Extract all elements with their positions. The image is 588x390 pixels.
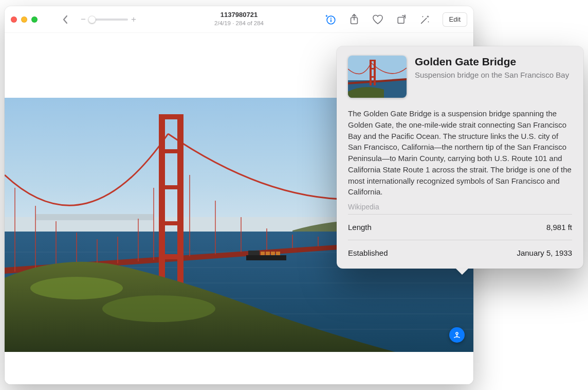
svg-rect-37 (159, 149, 183, 153)
svg-point-47 (30, 277, 123, 299)
info-row-length: Length 8,981 ft (348, 214, 572, 240)
edit-button-label: Edit (449, 15, 461, 23)
svg-rect-7 (35, 214, 154, 220)
zoom-slider[interactable] (89, 19, 128, 21)
svg-rect-38 (159, 185, 183, 189)
svg-rect-2 (330, 19, 332, 22)
title-block: 1137980721 2/4/19 · 284 of 284 (214, 11, 264, 27)
fullscreen-window-button[interactable] (31, 16, 38, 23)
popover-title: Golden Gate Bridge (415, 56, 569, 68)
chevron-left-icon (62, 15, 69, 24)
svg-rect-57 (370, 76, 376, 78)
svg-rect-43 (261, 252, 265, 255)
zoom-out-button[interactable]: − (81, 14, 86, 25)
svg-point-48 (102, 295, 215, 322)
visual-lookup-button[interactable] (449, 327, 465, 343)
svg-rect-55 (370, 60, 376, 61)
popover-subtitle: Suspension bridge on the San Francisco B… (415, 70, 569, 80)
back-button[interactable] (58, 12, 72, 27)
favorite-button[interactable] (372, 13, 384, 26)
info-value: 8,981 ft (546, 223, 572, 232)
svg-rect-41 (246, 255, 286, 260)
info-value: January 5, 1933 (517, 249, 572, 257)
window-subtitle: 2/4/19 · 284 of 284 (214, 20, 264, 27)
info-button[interactable] (324, 13, 337, 26)
minimize-window-button[interactable] (21, 16, 27, 23)
svg-rect-53 (370, 60, 372, 85)
info-row-established: Established January 5, 1933 (348, 240, 572, 265)
auto-enhance-button[interactable] (419, 13, 431, 26)
window-controls (11, 16, 38, 23)
close-window-button[interactable] (11, 16, 17, 23)
svg-rect-40 (159, 254, 183, 259)
info-label: Established (348, 249, 388, 257)
svg-rect-54 (374, 60, 376, 85)
popover-header: Golden Gate Bridge Suspension bridge on … (348, 56, 572, 98)
zoom-slider-thumb[interactable] (88, 15, 96, 23)
svg-rect-42 (248, 251, 260, 255)
svg-rect-36 (159, 114, 183, 119)
heart-icon (372, 14, 383, 25)
popover-description: The Golden Gate Bridge is a suspension b… (348, 108, 572, 198)
svg-rect-4 (398, 17, 404, 23)
bridge-thumb-illustration (348, 56, 407, 98)
popover-title-block: Golden Gate Bridge Suspension bridge on … (415, 56, 569, 80)
edit-button[interactable]: Edit (443, 12, 467, 27)
info-label: Length (348, 223, 372, 232)
zoom-slider-group: − + (81, 14, 136, 25)
svg-rect-45 (271, 252, 275, 255)
svg-rect-44 (266, 252, 270, 255)
share-icon (349, 14, 359, 25)
rotate-icon (396, 14, 407, 25)
svg-point-1 (330, 17, 331, 19)
popover-source[interactable]: Wikipedia (348, 203, 572, 211)
landmark-icon (453, 331, 461, 339)
visual-lookup-popover: Golden Gate Bridge Suspension bridge on … (337, 46, 583, 269)
info-sparkle-icon (325, 14, 336, 25)
svg-rect-46 (276, 252, 280, 255)
svg-rect-56 (370, 68, 376, 69)
svg-rect-39 (159, 221, 183, 225)
magic-wand-icon (419, 14, 431, 25)
toolbar-right: Edit (324, 12, 467, 27)
popover-thumbnail (348, 56, 407, 98)
window-title: 1137980721 (214, 11, 264, 19)
rotate-button[interactable] (395, 13, 408, 26)
share-button[interactable] (348, 13, 360, 26)
titlebar: − + 1137980721 2/4/19 · 284 of 284 (5, 6, 473, 33)
zoom-in-button[interactable]: + (131, 14, 136, 25)
